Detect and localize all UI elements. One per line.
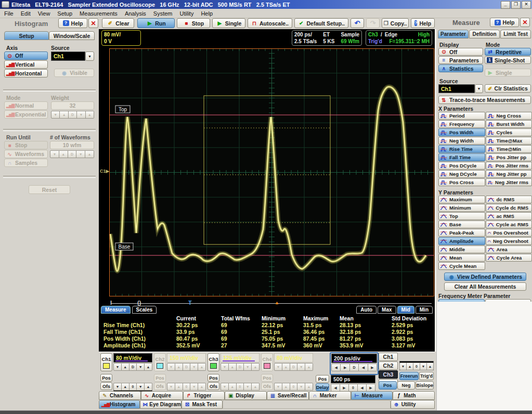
y-parameter-button[interactable]: Amplitude (438, 237, 485, 245)
measure-tab[interactable]: Definition (469, 30, 500, 38)
spin-down-coarse-icon[interactable]: ▼ (297, 363, 305, 371)
spin-left-coarse-icon[interactable]: ◀ (359, 364, 368, 371)
spin-down-icon[interactable]: ▼ (167, 383, 175, 391)
tab-setup[interactable]: Setup (4, 31, 49, 40)
spin-right-icon[interactable]: ▶ (340, 384, 349, 392)
y-parameter-button[interactable]: Cycle dc RMS (486, 204, 532, 212)
x-parameter-button[interactable]: Cycles (486, 128, 532, 136)
restore-button[interactable]: ❐ (511, 1, 521, 9)
position-button[interactable]: Pos (261, 374, 273, 382)
histogram-close-button[interactable]: ✕ (88, 18, 98, 28)
spin-up-coarse-icon[interactable]: ▲ (198, 363, 206, 371)
channel-scale-spinner[interactable]: ▼ ▲ D ▼ ▲ (113, 363, 152, 371)
x-parameter-button[interactable]: Neg Cross (486, 112, 532, 120)
display-parameters-button[interactable]: Parameters (438, 56, 483, 64)
measure-source-select[interactable]: Ch1 (438, 84, 475, 93)
dock-tab[interactable]: Trigger (183, 391, 225, 400)
clear-all-measurements-button[interactable]: Clear All Measurements (444, 282, 526, 291)
stat-mode-button[interactable]: Min (416, 306, 433, 314)
mode-repetitive-button[interactable]: Repetitive (485, 48, 531, 56)
trigger-source-button[interactable]: Ch3 (379, 370, 398, 379)
top-marker-label[interactable]: Top (115, 106, 130, 113)
run-button[interactable]: Run (137, 18, 175, 28)
x-parameter-button[interactable]: Time@Max (486, 137, 532, 145)
tab-window-scale[interactable]: Window/Scale (49, 31, 95, 40)
channel-scale-display[interactable]: 80 mV/div (113, 353, 152, 363)
spin-left-icon[interactable]: ◀ (331, 384, 340, 392)
stat-mode-button[interactable]: Auto (356, 306, 377, 314)
reset-button[interactable]: Reset (29, 185, 70, 194)
trigger-level-spinner[interactable]: ▼ ▲ 0 ▼ ▲ (399, 363, 434, 370)
spin-down-coarse-icon[interactable]: ▼ (420, 363, 427, 370)
spin-down-icon[interactable]: ▼ (50, 150, 59, 158)
spin-right-coarse-icon[interactable]: ▶ (368, 364, 377, 371)
spin-down-coarse-icon[interactable]: ▼ (297, 383, 305, 391)
spin-zero[interactable]: 0 (183, 383, 191, 391)
x-parameter-button[interactable]: Neg Width (438, 137, 485, 145)
spin-right-icon[interactable]: ▶ (341, 364, 349, 371)
channel-button[interactable]: Ch3 (207, 353, 219, 371)
spin-up-icon[interactable]: ▲ (282, 363, 290, 371)
menu-item[interactable]: Utility (180, 10, 194, 17)
x-parameter-button[interactable]: Time@Min (486, 145, 532, 153)
visible-button[interactable]: Visible (54, 69, 94, 77)
y-parameter-button[interactable]: Area (486, 245, 532, 253)
y-parameter-button[interactable]: Cycle ac RMS (486, 221, 532, 228)
y-parameter-button[interactable]: Base (438, 221, 485, 228)
menu-item[interactable]: Setup (57, 10, 72, 17)
spin-up-coarse-icon[interactable]: ▲ (252, 363, 259, 371)
position-button[interactable]: Pos (100, 374, 112, 382)
spin-default[interactable]: D (69, 111, 77, 119)
spin-up-icon[interactable]: ▲ (229, 383, 237, 391)
acquisition-box[interactable]: 200 ps/ ET Sample 2.5 TSa/s 5 KS 69 Wfm (292, 30, 362, 46)
spin-down-coarse-icon[interactable]: ▼ (190, 383, 198, 391)
position-button[interactable]: Pos (207, 374, 219, 382)
minimize-button[interactable]: _ (501, 1, 510, 9)
channel-button[interactable]: Ch1 (100, 353, 112, 371)
y-parameter-button[interactable]: Pos Overshoot (486, 229, 532, 237)
mode-normal-button[interactable]: Normal (4, 101, 48, 110)
spin-zero[interactable]: 0 (237, 383, 244, 391)
spin-down-coarse-icon[interactable]: ▼ (77, 111, 85, 119)
dock-tab[interactable]: Save/Recall (267, 391, 309, 400)
measure-tab[interactable]: Parameter (438, 30, 469, 38)
channel-button[interactable]: Ch4 (261, 353, 273, 371)
y-parameter-button[interactable]: Top (438, 212, 485, 220)
single-button[interactable]: Single (212, 18, 245, 28)
menu-item[interactable]: File (4, 10, 14, 17)
channel-scale-box[interactable]: 80 mV/ 0 V (101, 30, 141, 46)
spin-up-icon[interactable]: ▲ (175, 383, 183, 391)
clr-statistics-button[interactable]: Clr Statistics (485, 84, 531, 93)
spin-up-icon[interactable]: ▲ (407, 363, 413, 370)
x-parameter-button[interactable]: Rise Time (438, 145, 485, 153)
y-parameter-button[interactable]: dc RMS (486, 196, 532, 203)
spin-default[interactable]: D (68, 150, 77, 158)
dock-tab[interactable]: Histogram (99, 400, 140, 409)
spin-down-coarse-icon[interactable]: ▼ (244, 383, 252, 391)
x-parameter-button[interactable]: Period (438, 112, 485, 120)
x-parameter-button[interactable]: Pos Jitter rms (486, 162, 532, 170)
spin-down-coarse-icon[interactable]: ▼ (244, 363, 252, 371)
toolbar-help-button[interactable]: ?Help (411, 18, 435, 28)
spin-down-coarse-icon[interactable]: ▼ (137, 383, 145, 391)
delay-display[interactable]: 500 ps (331, 375, 375, 383)
y-parameter-button[interactable]: Peak-Peak (438, 229, 485, 237)
y-parameter-button[interactable]: Cycle Mean (438, 262, 485, 270)
gate-marker[interactable]: () (137, 300, 141, 306)
channel1-ground-marker[interactable]: C1▶ (100, 169, 109, 174)
spin-up-coarse-icon[interactable]: ▲ (145, 383, 152, 391)
dock-tab[interactable]: Acquire (141, 391, 183, 400)
y-parameter-button[interactable]: Maximum (438, 196, 485, 203)
clear-button[interactable]: Clear (102, 18, 134, 28)
spin-down-icon[interactable]: ▼ (274, 383, 282, 391)
delay-marker[interactable]: ▲ (275, 300, 279, 305)
spin-up-coarse-icon[interactable]: ▲ (305, 363, 313, 371)
spin-up-icon[interactable]: ▲ (122, 363, 129, 371)
spin-zero[interactable]: 0 (349, 384, 358, 392)
spin-up-coarse-icon[interactable]: ▲ (86, 111, 94, 119)
x-parameter-button[interactable]: Pos Width (438, 128, 485, 136)
spin-default[interactable]: D (237, 363, 244, 371)
spin-up-icon[interactable]: ▲ (59, 150, 68, 158)
spin-zero[interactable]: 0 (129, 383, 137, 391)
weight-spinner[interactable]: ▼ ▲ D ▼ ▲ (51, 111, 94, 119)
